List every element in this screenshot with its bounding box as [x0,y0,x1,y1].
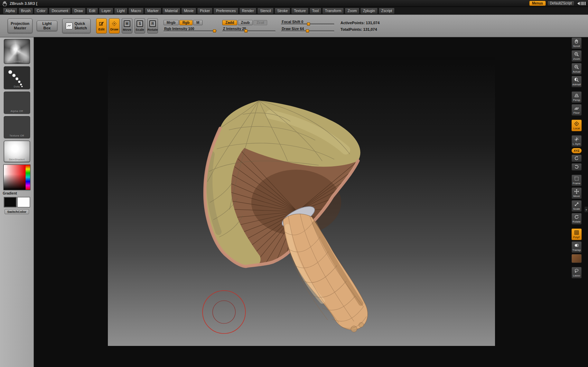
switch-color-button[interactable]: SwitchColor [4,209,29,214]
menu-texture[interactable]: Texture [291,8,308,14]
draw-button[interactable]: Draw [109,18,120,34]
menu-document[interactable]: Document [49,8,71,14]
saturation-value-square[interactable] [4,165,26,190]
menu-tool[interactable]: Tool [309,8,321,14]
shelf-frame[interactable]: Frame [571,175,582,186]
shelf-move[interactable]: Move [571,187,582,199]
hue-strip[interactable] [26,165,30,190]
menu-color[interactable]: Color [34,8,48,14]
shelf-material-chip[interactable] [571,254,582,263]
rgb-intensity-label: Rgb Intensity [164,27,187,31]
menu-render[interactable]: Render [239,8,256,14]
menu-material[interactable]: Material [162,8,180,14]
shelf-actual[interactable]: Actual [571,63,582,75]
texture-selector[interactable]: Texture Off [4,116,30,138]
top-shelf: Projection Master Light Box Quick Sketch… [0,15,588,37]
shelf-rotate[interactable]: Rotate [571,213,582,225]
menu-light[interactable]: Light [114,8,128,14]
brush-label: Standard [4,60,30,63]
menu-zplugin[interactable]: Zplugin [360,8,377,14]
draw-size-slider[interactable]: Draw Size 64 [281,27,334,32]
rgb-button[interactable]: Rgb [179,20,193,25]
menu-brush[interactable]: Brush [18,8,33,14]
right-tray-toggle-icon[interactable]: ◂ [585,207,588,212]
document-canvas[interactable] [108,57,495,346]
gradient-toggle[interactable]: Gradient [3,191,17,195]
material-selector[interactable]: SkinShade4 [4,141,30,162]
secondary-color-swatch[interactable] [17,197,30,207]
mushroom-model[interactable] [108,57,495,346]
move-button[interactable]: M Move [122,18,132,34]
light-box-button[interactable]: Light Box [37,21,57,31]
shelf-spin[interactable] [571,163,582,171]
shelf-aahalf[interactable]: AAHalf [571,76,582,87]
draw-label: Draw [110,27,118,31]
slider-handle[interactable] [244,29,248,32]
scale-button[interactable]: S Scale [134,18,145,34]
shelf-persp[interactable]: Persp [571,91,582,103]
default-zscript-button[interactable]: DefaultZScript [547,1,575,6]
menu-alpha[interactable]: Alpha [3,8,18,14]
shelf-rotate-y[interactable] [571,154,582,162]
menu-stroke[interactable]: Stroke [274,8,290,14]
menu-layer[interactable]: Layer [99,8,113,14]
z-intensity-slider[interactable]: Z Intensity 25 [222,27,276,32]
menu-macro[interactable]: Macro [128,8,144,14]
mrgb-button[interactable]: Mrgb [164,20,179,25]
rotate-label: Rotate [148,28,158,31]
menu-preferences[interactable]: Preferences [213,8,239,14]
slider-handle[interactable] [307,22,310,26]
quick-sketch-button[interactable]: Quick Sketch [62,19,91,33]
menu-transform[interactable]: Transform [322,8,344,14]
shelf-scale[interactable]: Scale [571,200,582,212]
rgb-intensity-value: 100 [188,27,194,31]
shelf-zoom[interactable]: Zoom [571,50,582,62]
shelf-polyf[interactable]: PolyF [571,228,582,240]
shelf-local[interactable]: Local [571,120,582,131]
menu-picker[interactable]: Picker [197,8,213,14]
rotate-button[interactable]: R Rotate [147,18,158,34]
zoom-magnifier-icon [574,51,579,57]
stroke-selector[interactable]: Dots [4,66,30,89]
menu-edit[interactable]: Edit [86,8,98,14]
edit-button[interactable]: Edit [96,18,107,34]
material-label: SkinShade4 [4,158,30,161]
zsub-button[interactable]: Zsub [238,20,253,25]
menu-draw[interactable]: Draw [72,8,86,14]
alpha-selector[interactable]: Alpha Off [4,92,30,114]
menu-marker[interactable]: Marker [144,8,161,14]
focal-shift-slider[interactable]: Focal Shift 0 [281,20,334,25]
mushroom-stem[interactable] [283,214,368,332]
perspective-icon [574,93,579,98]
zscript-player-icon[interactable] [577,1,586,6]
menus-button[interactable]: Menus [529,1,546,6]
m-button[interactable]: M [193,20,203,25]
color-swatches [4,197,30,207]
edit-object-icon [99,21,104,27]
menu-zoom[interactable]: Zoom [345,8,360,14]
projection-master-button[interactable]: Projection Master [8,19,32,33]
shelf-transp[interactable]: Transp [571,241,582,253]
shelf-floor[interactable]: Floor [571,104,582,116]
menu-stencil[interactable]: Stencil [257,8,274,14]
color-mode-group: Mrgb Rgb M Rgb Intensity 100 [164,20,217,32]
shelf-scroll[interactable]: Scroll [571,37,582,49]
shelf-label-frame: Frame [573,182,581,185]
slider-handle[interactable] [306,29,309,32]
left-tray: Standard Dots Alpha Off Texture Off Skin… [0,37,34,367]
brush-selector[interactable]: Standard [4,39,30,64]
shelf-lsym[interactable]: L.Sym [571,135,582,147]
slider-handle[interactable] [213,29,216,32]
zcut-button[interactable]: Zcut [253,20,267,25]
menu-zscript[interactable]: Zscript [379,8,395,14]
rgb-intensity-slider[interactable]: Rgb Intensity 100 [164,27,217,32]
menu-movie[interactable]: Movie [181,8,196,14]
shelf-lasso[interactable]: Lasso [571,267,582,279]
main-color-swatch[interactable] [4,197,17,207]
menu-bar: AlphaBrushColorDocumentDrawEditLayerLigh… [0,7,588,15]
zadd-button[interactable]: Zadd [222,20,237,25]
zbrush-hand-logo-icon [2,1,8,6]
shelf-xyz[interactable]: XYZ [571,148,582,153]
rotate-letter-icon: R [149,20,156,27]
color-picker[interactable] [3,164,30,190]
